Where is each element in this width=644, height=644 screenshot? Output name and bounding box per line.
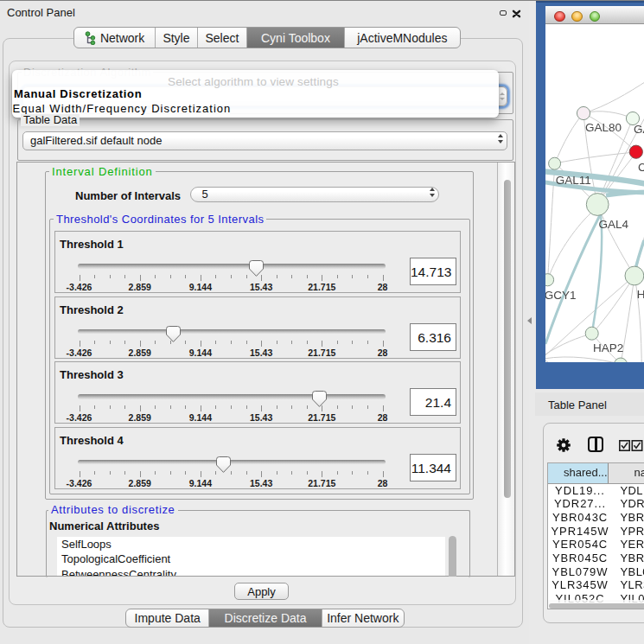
svg-text:GA: GA: [634, 123, 644, 136]
svg-text:H: H: [637, 288, 644, 301]
svg-text:GAL4: GAL4: [599, 217, 629, 230]
svg-text:GCY1: GCY1: [545, 289, 576, 302]
svg-text:HAP2: HAP2: [593, 341, 623, 354]
svg-text:C: C: [638, 160, 644, 173]
svg-text:GAL80: GAL80: [585, 120, 622, 133]
svg-text:GAL11: GAL11: [556, 173, 591, 186]
